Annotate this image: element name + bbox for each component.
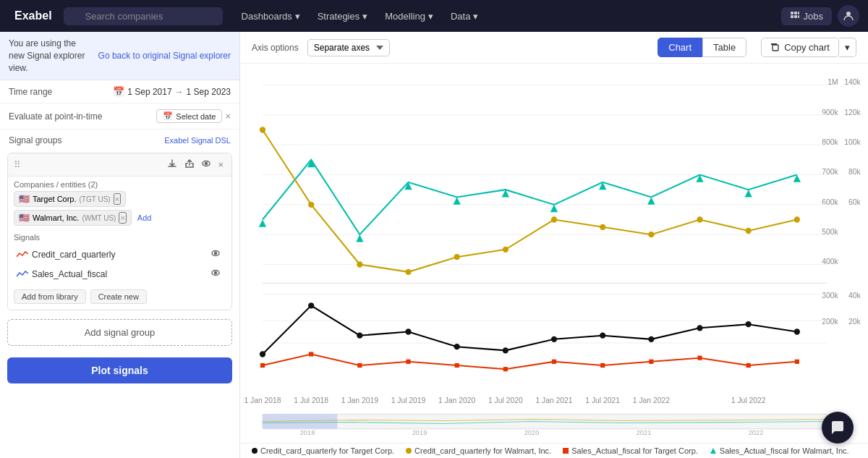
svg-text:1 Jul 2019: 1 Jul 2019 — [391, 396, 426, 404]
svg-text:2021: 2021 — [637, 429, 652, 436]
select-date-button[interactable]: 📅 Select date — [156, 109, 222, 123]
svg-text:20k: 20k — [848, 318, 861, 326]
legend-square-tgt-sales — [563, 448, 569, 454]
exabel-dsl-link[interactable]: Exabel Signal DSL — [164, 136, 231, 145]
axis-options-select[interactable]: Separate axes Combined axis — [307, 39, 390, 56]
add-signal-group-button[interactable]: Add signal group — [7, 319, 232, 346]
plot-signals-button[interactable]: Plot signals — [7, 357, 232, 383]
user-icon — [843, 10, 854, 22]
user-icon-button[interactable] — [838, 5, 859, 27]
signal-group-card-header: ⠿ — [8, 153, 231, 177]
svg-rect-90 — [746, 363, 751, 368]
svg-text:60k: 60k — [848, 198, 861, 206]
menu-data[interactable]: Data ▾ — [443, 8, 485, 25]
chart-view-button[interactable]: Chart — [658, 38, 702, 57]
banner-text: You are using the new Signal explorer vi… — [9, 38, 93, 74]
toggle-sales-visibility[interactable] — [208, 266, 223, 281]
download-button[interactable] — [165, 157, 179, 172]
menu-dashboards[interactable]: Dashboards ▾ — [234, 8, 307, 25]
svg-rect-80 — [260, 363, 265, 368]
svg-text:140k: 140k — [844, 79, 861, 87]
legend-wmt-credit: Credit_card_quarterly for Walmart, Inc. — [406, 446, 551, 455]
top-menu: Dashboards ▾ Strategies ▾ Modelling ▾ Da… — [234, 8, 486, 25]
calendar-small-icon: 📅 — [163, 111, 173, 121]
svg-marker-109 — [710, 448, 716, 454]
signal-groups-label: Signal groups — [9, 135, 61, 145]
svg-point-71 — [405, 328, 411, 334]
svg-text:1 Jul 2018: 1 Jul 2018 — [294, 396, 328, 404]
more-options-button[interactable]: ▾ — [839, 38, 856, 57]
main-layout: You are using the new Signal explorer vi… — [0, 32, 868, 458]
axis-options-label: Axis options — [252, 43, 299, 53]
chart-svg: 1M 900k 800k 700k 600k 500k 400k 140k 12… — [240, 64, 868, 443]
svg-point-53 — [503, 247, 509, 253]
card-actions: × — [165, 157, 226, 172]
table-view-button[interactable]: Table — [702, 38, 746, 57]
svg-text:120k: 120k — [844, 109, 861, 116]
companies-list: 🇺🇸 Target Corp. (TGT US) × 🇺🇸 Walmart, I… — [8, 191, 231, 230]
jobs-button[interactable]: Jobs — [781, 7, 832, 25]
copy-chart-button[interactable]: Copy chart — [761, 38, 839, 57]
time-range-value: 📅 1 Sep 2017 → 1 Sep 2023 — [113, 86, 231, 97]
svg-point-59 — [794, 216, 800, 222]
svg-point-76 — [648, 336, 654, 342]
svg-point-68 — [260, 351, 265, 357]
svg-point-14 — [215, 272, 217, 274]
companies-label: Companies / entities (2) — [8, 177, 231, 191]
svg-point-72 — [454, 344, 460, 349]
svg-text:1 Jul 2022: 1 Jul 2022 — [731, 396, 766, 404]
svg-point-10 — [205, 163, 208, 165]
ticker-tgt: (TGT US) — [80, 195, 111, 203]
signal-line-icon-credit — [17, 250, 28, 259]
signal-name-credit: Credit_card_quarterly — [17, 250, 115, 260]
back-to-original-link[interactable]: Go back to original Signal explorer — [98, 51, 231, 61]
top-navigation: Exabel Dashboards ▾ Strategies ▾ Modelli… — [0, 0, 868, 32]
menu-modelling[interactable]: Modelling ▾ — [378, 8, 441, 25]
svg-point-51 — [405, 269, 411, 275]
flag-us-tgt: 🇺🇸 — [19, 194, 30, 204]
company-tag-tgt: 🇺🇸 Target Corp. (TGT US) × — [14, 191, 126, 207]
right-panel: Axis options Separate axes Combined axis… — [240, 32, 868, 458]
svg-text:1 Jan 2020: 1 Jan 2020 — [438, 396, 475, 404]
clear-date-button[interactable]: × — [225, 111, 231, 122]
add-company-button[interactable]: Add — [135, 212, 155, 224]
create-new-button[interactable]: Create new — [90, 289, 147, 304]
svg-point-56 — [648, 232, 654, 237]
svg-point-49 — [308, 202, 314, 208]
visibility-button[interactable] — [200, 157, 213, 172]
chart-view-buttons: Chart Table — [658, 38, 746, 57]
menu-strategies[interactable]: Strategies ▾ — [310, 8, 375, 25]
share-button[interactable] — [182, 157, 197, 172]
svg-point-78 — [746, 321, 752, 327]
add-from-library-button[interactable]: Add from library — [14, 289, 86, 304]
svg-rect-15 — [773, 45, 778, 51]
svg-rect-3 — [794, 12, 797, 14]
svg-text:80k: 80k — [848, 168, 861, 176]
share-icon — [184, 158, 195, 169]
copy-chart-wrapper: Copy chart ▾ — [755, 38, 856, 57]
svg-rect-85 — [503, 367, 508, 371]
arrow-icon: → — [175, 87, 184, 97]
signal-groups-header: Signal groups Exabel Signal DSL — [0, 130, 239, 148]
svg-point-75 — [600, 333, 605, 339]
company-name-wmt: Walmart, Inc. — [33, 213, 79, 222]
time-range-row: Time range 📅 1 Sep 2017 → 1 Sep 2023 — [0, 80, 239, 103]
close-card-button[interactable]: × — [216, 157, 226, 172]
time-range-label: Time range — [9, 87, 52, 97]
chat-button[interactable] — [822, 412, 854, 444]
signal-btn-row: Add from library Create new — [8, 287, 231, 310]
remove-wmt-button[interactable]: × — [119, 212, 126, 224]
svg-point-54 — [551, 216, 557, 222]
svg-text:1 Jan 2019: 1 Jan 2019 — [341, 396, 378, 404]
chart-area: 1M 900k 800k 700k 600k 500k 400k 140k 12… — [240, 64, 868, 443]
drag-handle[interactable]: ⠿ — [14, 159, 21, 170]
time-range-start: 1 Sep 2017 — [127, 87, 171, 97]
legend-triangle-wmt-sales — [710, 447, 717, 454]
search-input[interactable] — [64, 7, 223, 25]
chat-icon — [830, 420, 845, 435]
remove-tgt-button[interactable]: × — [114, 193, 121, 205]
svg-rect-84 — [455, 363, 459, 368]
svg-rect-5 — [791, 15, 793, 18]
search-wrapper — [64, 7, 223, 25]
toggle-credit-visibility[interactable] — [208, 247, 223, 262]
